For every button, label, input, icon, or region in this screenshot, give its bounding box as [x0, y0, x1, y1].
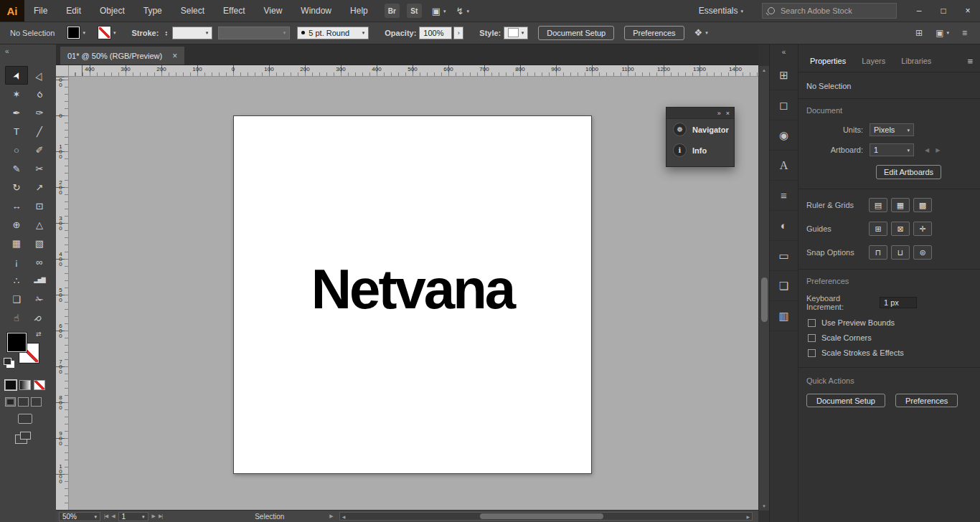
menu-edit[interactable]: Edit	[57, 0, 90, 22]
draw-behind-button[interactable]	[18, 397, 29, 407]
edit-toolbar-icon[interactable]	[20, 432, 31, 440]
zoom-select[interactable]: 50% ▾	[59, 512, 100, 521]
preferences-button[interactable]: Preferences	[624, 26, 684, 40]
arrange-documents-control[interactable]: ▣ ▾	[432, 6, 446, 16]
close-button[interactable]: ×	[956, 0, 980, 22]
next-artboard-icon[interactable]: ▶	[152, 513, 155, 519]
menu-select[interactable]: Select	[171, 0, 214, 22]
horizontal-scrollbar[interactable]: ◀ ▶	[339, 512, 753, 521]
none-mode-button[interactable]	[34, 380, 45, 390]
bridge-icon[interactable]: Br	[385, 4, 400, 18]
artboard-text[interactable]: Netvana	[311, 261, 514, 317]
hand-tool[interactable]: ☝	[5, 308, 28, 327]
lasso-tool[interactable]: σ	[28, 85, 51, 103]
fill-color-control[interactable]: ▾	[67, 27, 85, 39]
document-setup-button[interactable]: Document Setup	[806, 394, 885, 407]
graph-panel-icon[interactable]: ▥	[770, 301, 798, 331]
expand-panels-icon[interactable]: «	[782, 48, 786, 56]
navigator-panel-item[interactable]: ☸Navigator	[666, 119, 734, 140]
preferences-button[interactable]: Preferences	[895, 394, 958, 407]
type-tool[interactable]: T	[5, 122, 28, 141]
app-logo[interactable]: Ai	[0, 0, 24, 22]
artboards-panel-icon[interactable]: ⊞	[770, 60, 798, 90]
first-artboard-icon[interactable]: |◀	[104, 513, 108, 519]
gradient-tool[interactable]: ▧	[28, 234, 51, 252]
status-options-icon[interactable]: ▶	[329, 513, 332, 519]
next-artboard-icon[interactable]: ▶	[936, 147, 940, 153]
use-preview-bounds-checkbox[interactable]	[808, 319, 816, 327]
symbols-panel-icon[interactable]: ❏	[770, 271, 798, 301]
horizontal-ruler[interactable]: 4003002001000100200300400500600700800900…	[69, 65, 758, 77]
ellipse-tool[interactable]: ○	[5, 141, 28, 159]
pencil-tool[interactable]: ✎	[5, 159, 28, 178]
minimize-button[interactable]: –	[907, 0, 931, 22]
keyboard-increment-input[interactable]: 1 px	[880, 297, 917, 308]
draw-inside-button[interactable]	[31, 397, 42, 407]
slice-tool[interactable]: ✁	[28, 290, 51, 308]
lock-guides-button[interactable]: ⊠	[891, 222, 910, 236]
scroll-up-icon[interactable]: ▲	[762, 68, 766, 72]
ruler-origin-corner[interactable]	[56, 65, 69, 77]
color-panel-icon[interactable]: ◉	[770, 120, 798, 151]
close-tab-icon[interactable]: ×	[172, 51, 177, 61]
menu-type[interactable]: Type	[134, 0, 171, 22]
pen-tool[interactable]: ✒	[5, 103, 28, 122]
artboard-tool[interactable]: ❑	[5, 290, 28, 308]
draw-normal-button[interactable]	[5, 397, 16, 407]
rotate-tool[interactable]: ↻	[5, 178, 28, 196]
restore-button[interactable]: □	[931, 0, 956, 22]
menu-object[interactable]: Object	[90, 0, 134, 22]
paintbrush-tool[interactable]: ✐	[28, 141, 51, 159]
panel-menu-icon[interactable]: ≡	[967, 56, 980, 72]
stroke-width-stepper[interactable]: ▴ ▾	[162, 27, 170, 39]
scroll-down-icon[interactable]: ▼	[762, 504, 766, 508]
search-input[interactable]	[779, 6, 875, 16]
color-mode-button[interactable]	[5, 380, 17, 390]
scroll-right-icon[interactable]: ▶	[746, 514, 750, 519]
snap-to-grid-button[interactable]: ⊓	[869, 245, 887, 260]
magic-wand-tool[interactable]: ✶	[5, 85, 28, 103]
menu-help[interactable]: Help	[341, 0, 377, 22]
vertical-scroll-thumb[interactable]	[761, 277, 768, 322]
show-rulers-button[interactable]: ▤	[869, 198, 887, 212]
blend-tool[interactable]: ∞	[28, 252, 51, 271]
artboard-select[interactable]: 1 ▾	[870, 143, 914, 156]
gradient-panel-icon[interactable]: ◐	[770, 211, 798, 241]
previous-artboard-icon[interactable]: ◀	[111, 513, 114, 519]
line-segment-tool[interactable]: ╱	[28, 122, 51, 141]
info-panel-item[interactable]: ℹInfo	[666, 140, 734, 161]
scissors-tool[interactable]: ✂	[28, 159, 51, 178]
menu-window[interactable]: Window	[291, 0, 341, 22]
curvature-tool[interactable]: ✑	[28, 103, 51, 122]
perspective-grid-tool[interactable]: △	[28, 215, 51, 234]
zoom-tool[interactable]: ρ	[28, 308, 51, 327]
gpu-performance-control[interactable]: ↯ ▾	[456, 6, 469, 16]
symbol-sprayer-tool[interactable]: ∴	[5, 271, 28, 290]
floating-panel-header[interactable]: » ×	[666, 108, 734, 119]
vertical-ruler[interactable]: 10001002003004005006007008009001000	[56, 77, 69, 510]
units-select[interactable]: Pixels ▾	[870, 123, 914, 136]
arrange-documents-button[interactable]: ⊞	[915, 28, 923, 38]
menu-view[interactable]: View	[255, 0, 292, 22]
canvas[interactable]: Netvana » × ☸NavigatorℹInfo	[69, 77, 758, 510]
asset-export-panel-icon[interactable]: ◻	[770, 90, 798, 120]
tab-libraries[interactable]: Libraries	[893, 57, 939, 72]
mesh-tool[interactable]: ▦	[5, 234, 28, 252]
width-tool[interactable]: ↔	[5, 196, 28, 215]
artboard[interactable]: Netvana	[233, 115, 592, 474]
vertical-scrollbar[interactable]: ▲ ▼	[758, 66, 769, 511]
tab-properties[interactable]: Properties	[802, 57, 854, 72]
snap-to-point-button[interactable]: ⊚	[913, 245, 932, 260]
smart-guides-button[interactable]: ✛	[913, 222, 932, 236]
tab-layers[interactable]: Layers	[854, 57, 893, 72]
appearance-panel-icon[interactable]: ▭	[770, 241, 798, 271]
horizontal-scroll-thumb[interactable]	[480, 513, 603, 519]
gradient-mode-button[interactable]	[19, 380, 31, 390]
stroke-width-select[interactable]: ▾	[172, 27, 212, 39]
screen-mode-button[interactable]	[18, 414, 32, 424]
eyedropper-tool[interactable]: ¡	[5, 252, 28, 271]
show-guides-button[interactable]: ⊞	[869, 222, 887, 236]
show-transparency-grid-button[interactable]: ▩	[913, 198, 932, 212]
edit-artboards-button[interactable]: Edit Artboards	[876, 165, 941, 179]
selection-tool[interactable]: ➤	[5, 66, 28, 85]
